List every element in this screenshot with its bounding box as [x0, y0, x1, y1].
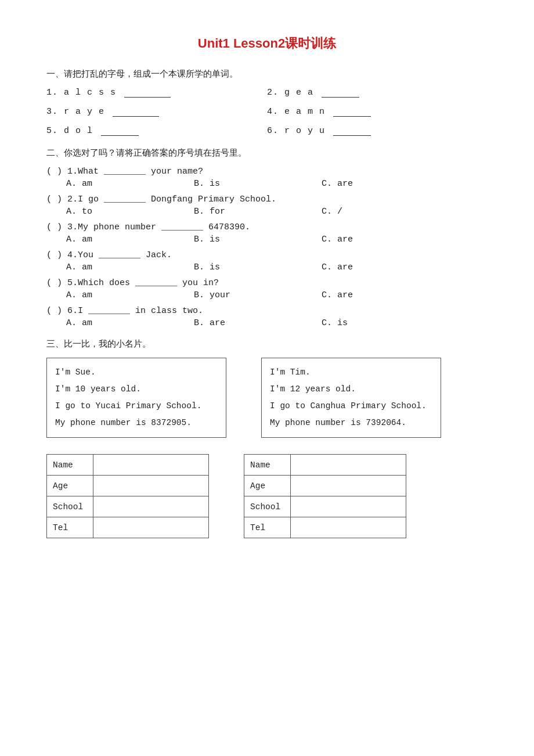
section2-questions: ( ) 1. What ________ your name? A. am B.…: [46, 167, 488, 328]
page-title: Unit1 Lesson2课时训练: [46, 35, 488, 52]
value-name-2: [290, 455, 406, 476]
q3-opt-c: C. are: [322, 235, 449, 244]
q1-opt-c: C. are: [322, 179, 449, 189]
label-age-2: Age: [244, 476, 291, 496]
q4-opt-b: B. is: [194, 262, 322, 272]
q2-num: ( ) 2.: [46, 195, 78, 204]
table-row: School: [47, 496, 209, 517]
label-name-2: Name: [244, 455, 291, 476]
section3-header: 三、比一比，我的小名片。: [46, 339, 488, 350]
q3-opt-a: A. am: [66, 235, 194, 244]
q5-num: ( ) 5.: [46, 278, 78, 288]
value-name-1: [93, 455, 208, 476]
value-school-1: [93, 496, 208, 517]
card-sue-line1: I'm Sue.: [55, 364, 218, 381]
card-tim-line3: I go to Canghua Primary School.: [270, 398, 432, 415]
table-row: Age: [244, 476, 406, 496]
blank-6: [333, 135, 371, 136]
q4-num: ( ) 4.: [46, 250, 78, 260]
section2-header: 二、你选对了吗？请将正确答案的序号填在括号里。: [46, 147, 488, 159]
card-sue-line2: I'm 10 years old.: [55, 381, 218, 398]
table-row: Age: [47, 476, 209, 496]
card-tim-line1: I'm Tim.: [270, 364, 432, 381]
blank-5: [101, 135, 139, 136]
blank-2: [322, 97, 359, 98]
table-tim: Name Age School Tel: [244, 454, 406, 538]
q3-text: My phone number ________ 6478390.: [78, 222, 488, 232]
scramble-item-5: 5. d o l: [46, 126, 267, 136]
label-tel-2: Tel: [244, 517, 291, 538]
label-tel-1: Tel: [47, 517, 93, 538]
table-row: Name: [47, 455, 209, 476]
card-sue-line4: My phone number is 8372905.: [55, 415, 218, 431]
tables-row: Name Age School Tel Name Age School: [46, 454, 488, 538]
question-4: ( ) 4. You ________ Jack. A. am B. is C.…: [46, 250, 488, 272]
q4-opt-a: A. am: [66, 262, 194, 272]
card-sue-line3: I go to Yucai Primary School.: [55, 398, 218, 415]
card-tim-line2: I'm 12 years old.: [270, 381, 432, 398]
scramble-item-6: 6. r o y u: [267, 126, 488, 136]
value-age-1: [93, 476, 208, 496]
card-tim: I'm Tim. I'm 12 years old. I go to Cangh…: [261, 358, 441, 438]
question-2: ( ) 2. I go ________ Dongfang Primary Sc…: [46, 195, 488, 217]
question-1: ( ) 1. What ________ your name? A. am B.…: [46, 167, 488, 189]
table-row: Tel: [244, 517, 406, 538]
q1-text: What ________ your name?: [78, 167, 488, 177]
q5-opt-b: B. your: [194, 290, 322, 300]
value-tel-1: [93, 517, 208, 538]
question-6: ( ) 6. I ________ in class two. A. am B.…: [46, 306, 488, 328]
q5-opt-a: A. am: [66, 290, 194, 300]
q5-text: Which does ________ you in?: [78, 278, 488, 288]
q6-opt-b: B. are: [194, 318, 322, 328]
q2-opt-b: B. for: [194, 207, 322, 217]
q6-opt-a: A. am: [66, 318, 194, 328]
scramble-item-1: 1. a l c s s: [46, 88, 267, 98]
question-3: ( ) 3. My phone number ________ 6478390.…: [46, 222, 488, 244]
q4-opt-c: C. are: [322, 262, 449, 272]
label-school-1: School: [47, 496, 93, 517]
q5-opt-c: C. are: [322, 290, 449, 300]
q2-opt-c: C. /: [322, 207, 449, 217]
value-tel-2: [290, 517, 406, 538]
q6-opt-c: C. is: [322, 318, 449, 328]
label-school-2: School: [244, 496, 291, 517]
q3-num: ( ) 3.: [46, 222, 78, 232]
table-sue: Name Age School Tel: [46, 454, 209, 538]
scramble-grid: 1. a l c s s 2. g e a 3. r a y e 4. e a …: [46, 88, 488, 136]
q1-num: ( ) 1.: [46, 167, 78, 177]
label-age-1: Age: [47, 476, 93, 496]
question-5: ( ) 5. Which does ________ you in? A. am…: [46, 278, 488, 300]
card-tim-line4: My phone number is 7392064.: [270, 415, 432, 431]
blank-1: [124, 97, 171, 98]
scramble-item-2: 2. g e a: [267, 88, 488, 98]
table-row: Name: [244, 455, 406, 476]
value-school-2: [290, 496, 406, 517]
scramble-item-3: 3. r a y e: [46, 107, 267, 117]
blank-4: [333, 116, 371, 117]
value-age-2: [290, 476, 406, 496]
blank-3: [113, 116, 159, 117]
q1-opt-b: B. is: [194, 179, 322, 189]
table-row: Tel: [47, 517, 209, 538]
q6-text: I ________ in class two.: [78, 306, 488, 316]
q4-text: You ________ Jack.: [78, 250, 488, 260]
q1-opt-a: A. am: [66, 179, 194, 189]
label-name-1: Name: [47, 455, 93, 476]
q6-num: ( ) 6.: [46, 306, 78, 316]
scramble-item-4: 4. e a m n: [267, 107, 488, 117]
q2-text: I go ________ Dongfang Primary School.: [78, 195, 488, 204]
table-row: School: [244, 496, 406, 517]
card-sue: I'm Sue. I'm 10 years old. I go to Yucai…: [46, 358, 226, 438]
q2-opt-a: A. to: [66, 207, 194, 217]
q3-opt-b: B. is: [194, 235, 322, 244]
section1-header: 一、请把打乱的字母，组成一个本课所学的单词。: [46, 69, 488, 80]
cards-row: I'm Sue. I'm 10 years old. I go to Yucai…: [46, 358, 488, 438]
